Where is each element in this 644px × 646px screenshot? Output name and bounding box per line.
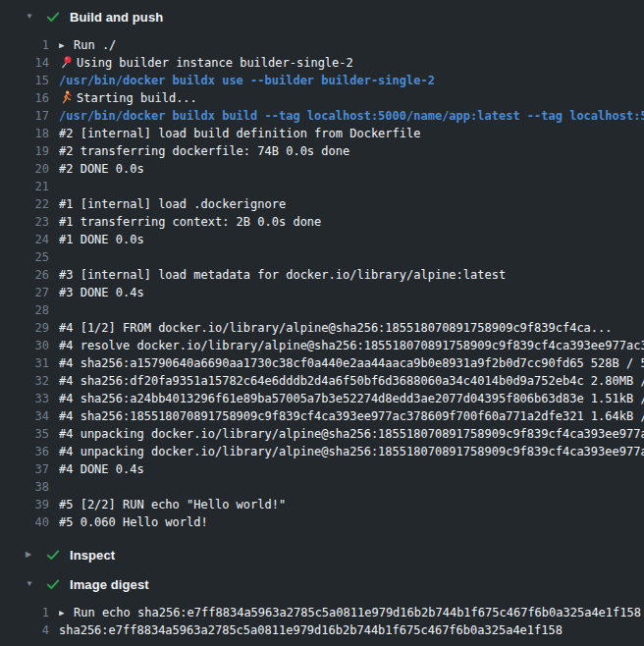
- log-text-content: /usr/bin/docker buildx build --tag local…: [59, 109, 644, 123]
- line-number[interactable]: 29: [0, 319, 59, 337]
- line-number[interactable]: 35: [0, 425, 59, 443]
- log-text-content: /usr/bin/docker buildx use --builder bui…: [59, 74, 435, 87]
- log-text-content: #4 sha256:a24bb4013296f61e89ba57005a7b3e…: [59, 392, 644, 405]
- line-number[interactable]: 32: [0, 372, 59, 390]
- log-text: #4 resolve docker.io/library/alpine@sha2…: [59, 337, 644, 354]
- run-expand-icon[interactable]: ▶: [59, 604, 74, 621]
- log-line: 23#1 transferring context: 2B 0.0s done: [0, 213, 644, 231]
- log-line: 27#3 DONE 0.4s: [0, 284, 644, 301]
- line-number[interactable]: 34: [0, 407, 59, 425]
- log-text-content: #4 DONE 0.4s: [59, 462, 144, 476]
- line-number[interactable]: 19: [0, 142, 59, 160]
- log-text-content: #1 [internal] load .dockerignore: [59, 197, 286, 211]
- log-text-content: sha256:e7ff8834a5963a2785c5a0811e979d16b…: [59, 623, 563, 637]
- line-number[interactable]: 22: [0, 195, 59, 213]
- log-line: 32#4 sha256:df20fa9351a15782c64e6dddb2d4…: [0, 372, 644, 390]
- line-number[interactable]: 24: [0, 231, 59, 248]
- log-line: 35#4 unpacking docker.io/library/alpine@…: [0, 425, 644, 443]
- line-number[interactable]: 17: [0, 107, 59, 125]
- run-expand-icon[interactable]: ▶: [59, 36, 74, 54]
- log-text: #3 [internal] load metadata for docker.i…: [59, 266, 506, 284]
- log-text-content: Starting build...: [77, 91, 197, 105]
- log-text-content: Run ./: [74, 38, 116, 52]
- line-number[interactable]: 14: [0, 54, 59, 72]
- line-number[interactable]: 27: [0, 284, 59, 301]
- line-number[interactable]: 30: [0, 337, 59, 354]
- line-number[interactable]: 31: [0, 354, 59, 372]
- log-text: sha256:e7ff8834a5963a2785c5a0811e979d16b…: [59, 621, 563, 639]
- line-number[interactable]: 33: [0, 390, 59, 407]
- log-text: #4 sha256:df20fa9351a15782c64e6dddb2d4a6…: [59, 372, 644, 390]
- line-number[interactable]: 28: [0, 301, 59, 319]
- chevron-down-icon[interactable]: ▼: [26, 580, 37, 588]
- log-line: 14Using builder instance builder-single-…: [0, 54, 644, 72]
- log-text: #4 sha256:a15790640a6690aa1730c38cf0a440…: [59, 354, 644, 372]
- section-header-image-digest[interactable]: ▼Image digest: [0, 569, 644, 599]
- line-number[interactable]: 40: [0, 513, 59, 531]
- section-log-build-and-push: 1▶Run ./14Using builder instance builder…: [0, 31, 644, 540]
- log-text: #4 unpacking docker.io/library/alpine@sh…: [59, 425, 644, 443]
- success-check-icon: [45, 547, 61, 563]
- line-number[interactable]: 26: [0, 266, 59, 284]
- log-text-content: #2 DONE 0.0s: [59, 162, 144, 176]
- log-line: 30#4 resolve docker.io/library/alpine@sh…: [0, 337, 644, 354]
- line-number[interactable]: 37: [0, 460, 59, 478]
- log-line: 17/usr/bin/docker buildx build --tag loc…: [0, 107, 644, 125]
- line-number[interactable]: 38: [0, 478, 59, 496]
- chevron-down-icon[interactable]: ▼: [26, 13, 37, 21]
- log-line: 1▶Run ./: [0, 36, 644, 54]
- log-text-content: #4 sha256:df20fa9351a15782c64e6dddb2d4a6…: [59, 374, 644, 388]
- log-text: #4 [1/2] FROM docker.io/library/alpine@s…: [59, 319, 613, 337]
- log-line: 31#4 sha256:a15790640a6690aa1730c38cf0a4…: [0, 354, 644, 372]
- line-number[interactable]: 1: [0, 604, 59, 621]
- log-text: #4 sha256:185518070891758909c9f839cf4ca3…: [59, 407, 644, 425]
- section-title: Build and push: [70, 10, 163, 25]
- log-text: /usr/bin/docker buildx use --builder bui…: [59, 72, 435, 89]
- log-line: 28: [0, 301, 644, 319]
- runner-icon: [59, 90, 77, 104]
- line-number[interactable]: 20: [0, 160, 59, 178]
- log-line: 1▶Run echo sha256:e7ff8834a5963a2785c5a0…: [0, 604, 644, 621]
- pushpin-icon: [59, 55, 77, 69]
- chevron-right-icon[interactable]: ▶: [26, 551, 37, 559]
- log-text-content: #4 unpacking docker.io/library/alpine@sh…: [59, 427, 644, 441]
- line-number[interactable]: 1: [0, 36, 59, 54]
- log-text-content: #4 unpacking docker.io/library/alpine@sh…: [59, 445, 644, 458]
- log-line: 34#4 sha256:185518070891758909c9f839cf4c…: [0, 407, 644, 425]
- line-number[interactable]: 39: [0, 496, 59, 513]
- line-number[interactable]: 4: [0, 621, 59, 639]
- log-line: 33#4 sha256:a24bb4013296f61e89ba57005a7b…: [0, 390, 644, 407]
- log-text: #2 transferring dockerfile: 74B 0.0s don…: [59, 142, 349, 160]
- line-number[interactable]: 21: [0, 178, 59, 195]
- log-text: /usr/bin/docker buildx build --tag local…: [59, 107, 644, 125]
- section-title: Image digest: [70, 577, 149, 592]
- log-text: ▶Run echo sha256:e7ff8834a5963a2785c5a08…: [59, 604, 641, 621]
- log-text-content: #1 DONE 0.0s: [59, 233, 144, 246]
- section-header-build-and-push[interactable]: ▼Build and push: [0, 2, 644, 31]
- success-check-icon: [45, 576, 61, 592]
- line-number[interactable]: 16: [0, 89, 59, 107]
- log-text-content: Run echo sha256:e7ff8834a5963a2785c5a081…: [74, 606, 641, 619]
- log-text: Using builder instance builder-single-2: [59, 54, 353, 72]
- log-text-content: #2 transferring dockerfile: 74B 0.0s don…: [59, 144, 349, 158]
- line-number[interactable]: 25: [0, 248, 59, 266]
- log-line: 22#1 [internal] load .dockerignore: [0, 195, 644, 213]
- line-number[interactable]: 18: [0, 125, 59, 142]
- log-text: #2 DONE 0.0s: [59, 160, 144, 178]
- log-text: ▶Run ./: [59, 36, 116, 54]
- log-line: 4sha256:e7ff8834a5963a2785c5a0811e979d16…: [0, 621, 644, 639]
- section-log-image-digest: 1▶Run echo sha256:e7ff8834a5963a2785c5a0…: [0, 599, 644, 646]
- log-line: 37#4 DONE 0.4s: [0, 460, 644, 478]
- log-line: 38: [0, 478, 644, 496]
- line-number[interactable]: 36: [0, 443, 59, 460]
- log-line: 36#4 unpacking docker.io/library/alpine@…: [0, 443, 644, 460]
- log-text-content: #5 [2/2] RUN echo "Hello world!": [59, 498, 286, 511]
- log-line: 29#4 [1/2] FROM docker.io/library/alpine…: [0, 319, 644, 337]
- log-text: #4 sha256:a24bb4013296f61e89ba57005a7b3e…: [59, 390, 644, 407]
- log-text-content: #4 [1/2] FROM docker.io/library/alpine@s…: [59, 321, 613, 335]
- log-text-content: #4 resolve docker.io/library/alpine@sha2…: [59, 339, 644, 352]
- line-number[interactable]: 15: [0, 72, 59, 89]
- line-number[interactable]: 23: [0, 213, 59, 231]
- log-text: #4 DONE 0.4s: [59, 460, 144, 478]
- section-header-inspect[interactable]: ▶Inspect: [0, 540, 644, 569]
